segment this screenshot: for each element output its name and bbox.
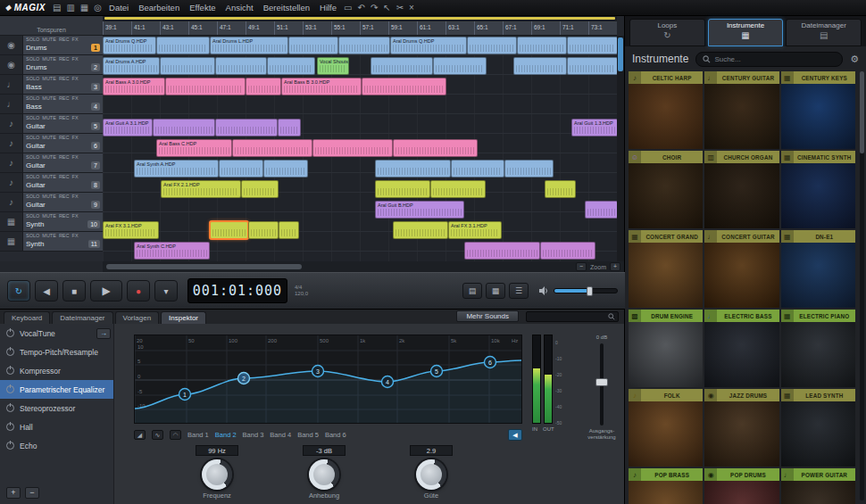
menu-datei[interactable]: Datei — [109, 3, 129, 12]
track-solo-button[interactable]: SOLO — [26, 76, 39, 82]
audio-clip[interactable] — [241, 180, 279, 198]
track-header[interactable]: SOLOMUTERECFXDrums1 — [23, 36, 103, 54]
eq-band-button[interactable]: Band 3 — [243, 431, 264, 439]
output-gain-handle[interactable] — [595, 378, 608, 386]
track-header[interactable]: SOLOMUTERECFXBass4 — [23, 95, 103, 113]
tab-vorlagen[interactable]: Vorlagen — [115, 311, 160, 324]
eq-band-button[interactable]: Band 2 — [215, 431, 237, 439]
stop-button[interactable]: ■ — [62, 280, 86, 302]
track-fx-button[interactable]: FX — [72, 76, 79, 82]
track-solo-button[interactable]: SOLO — [26, 174, 39, 180]
audio-clip[interactable] — [246, 78, 281, 95]
synth-icon[interactable]: ▦ — [0, 232, 23, 251]
filter-type-icon-1[interactable]: ∿ — [152, 430, 163, 440]
audio-clip[interactable] — [464, 242, 540, 260]
audio-clip[interactable]: Aral Drums A.HDP — [103, 57, 160, 75]
effect-item[interactable]: Tempo-Pitch/Resample — [0, 343, 113, 361]
audio-clip[interactable]: Aral Drums Q.HDP — [390, 37, 467, 54]
track-header[interactable]: SOLOMUTERECFXBass3 — [23, 75, 103, 94]
track-lane[interactable] — [103, 212, 617, 232]
audio-clip[interactable] — [215, 57, 267, 75]
track-fx-button[interactable]: FX — [72, 115, 79, 121]
instrument-card[interactable]: ▦CONCERT GRAND — [629, 230, 703, 308]
guitar-icon[interactable]: ♪ — [0, 134, 23, 153]
tab-dateimanager[interactable]: Dateimanager — [52, 311, 112, 324]
track-header[interactable]: SOLOMUTERECFXSynth11 — [23, 232, 103, 251]
instrument-card[interactable]: ♩CONCERT GUITAR — [704, 230, 779, 308]
guitar-icon[interactable]: ♪ — [0, 114, 23, 133]
track-solo-button[interactable]: SOLO — [26, 213, 39, 219]
audio-clip[interactable] — [263, 160, 308, 178]
effect-item[interactable]: Kompressor — [0, 361, 113, 380]
menu-bereitstellen[interactable]: Bereitstellen — [263, 3, 310, 12]
track-rec-button[interactable]: REC — [59, 37, 70, 43]
audio-clip[interactable]: Aral Drums L.HDP — [210, 37, 288, 54]
tab-instrumente[interactable]: Instrumente▦ — [708, 19, 784, 46]
track-rec-button[interactable]: REC — [59, 135, 70, 141]
audio-clip[interactable]: Vocal Shouts — [317, 57, 349, 75]
instrument-card[interactable]: ♩ELECTRIC BASS — [704, 310, 779, 387]
track-mute-button[interactable]: MUTE — [42, 95, 56, 102]
new-arrangement-icon[interactable]: ▤ — [53, 3, 61, 12]
audio-clip[interactable] — [219, 160, 263, 178]
audio-clip[interactable] — [279, 221, 299, 239]
track-fx-button[interactable]: FX — [72, 213, 79, 219]
synth-icon[interactable]: ▦ — [0, 212, 23, 231]
audio-clip[interactable] — [210, 221, 248, 239]
instrument-card[interactable]: ♩CENTURY GUITAR — [704, 71, 779, 149]
audio-clip[interactable] — [567, 37, 617, 54]
zoom-in-button[interactable]: + — [610, 262, 620, 271]
more-sounds-button[interactable]: Mehr Sounds — [456, 310, 519, 322]
track-rec-button[interactable]: REC — [59, 174, 70, 180]
track-header[interactable]: SOLOMUTERECFXGuitar6 — [23, 134, 103, 153]
audio-clip[interactable] — [232, 139, 312, 157]
panel-search-input[interactable] — [526, 311, 619, 322]
zoom-out-button[interactable]: − — [576, 262, 587, 271]
instrument-card[interactable]: ▦LEAD SYNTH — [781, 389, 855, 467]
scissors-icon[interactable]: ✂ — [396, 3, 404, 12]
volume-slider[interactable] — [554, 288, 618, 293]
power-icon[interactable] — [6, 348, 14, 356]
arranger-horizontal-scrollbar[interactable] — [106, 264, 302, 269]
track-header[interactable]: SOLOMUTERECFXGuitar9 — [23, 193, 103, 211]
track-solo-button[interactable]: SOLO — [26, 95, 39, 102]
guitar-icon[interactable]: ♪ — [0, 173, 23, 192]
track-solo-button[interactable]: SOLO — [26, 115, 39, 121]
audio-clip[interactable] — [165, 78, 246, 95]
audio-clip[interactable] — [362, 78, 446, 95]
track-fx-button[interactable]: FX — [72, 233, 79, 239]
track-fx-button[interactable]: FX — [72, 95, 79, 102]
audio-clip[interactable]: Aral Drums Q.HDP — [103, 37, 156, 54]
track-rec-button[interactable]: REC — [59, 76, 70, 82]
track-fx-button[interactable]: FX — [72, 194, 79, 200]
track-list-header[interactable]: Tonspuren — [0, 16, 103, 36]
eq-band-button[interactable]: Band 1 — [187, 431, 209, 439]
power-icon[interactable] — [6, 367, 14, 375]
track-rec-button[interactable]: REC — [59, 95, 70, 102]
monitor-icon[interactable]: ▭ — [344, 3, 352, 12]
audio-clip[interactable] — [312, 139, 393, 157]
tempo-display[interactable]: 4/4 120,0 — [295, 285, 308, 297]
loop-button[interactable]: ↻ — [7, 280, 30, 302]
audio-clip[interactable]: Aral Bass C.HDP — [156, 139, 232, 157]
eq-band-button[interactable]: Band 5 — [297, 431, 319, 439]
instrument-card[interactable]: ▩DRUM ENGINE — [629, 310, 703, 387]
track-rec-button[interactable]: REC — [59, 233, 70, 239]
settings-gear-icon[interactable]: ⚙ — [850, 54, 859, 65]
audio-clip[interactable] — [153, 119, 215, 136]
audio-clip[interactable] — [288, 37, 338, 54]
instrument-card[interactable]: ♩POWER GUITAR — [781, 468, 855, 504]
audio-clip[interactable] — [338, 37, 390, 54]
track-mute-button[interactable]: MUTE — [42, 174, 56, 180]
drums-icon[interactable]: ◉ — [0, 36, 23, 54]
track-mute-button[interactable]: MUTE — [42, 213, 56, 219]
audio-clip[interactable] — [567, 57, 617, 75]
audio-clip[interactable]: Aral Bass A 3.0.HDP — [103, 78, 165, 95]
track-rec-button[interactable]: REC — [59, 56, 70, 62]
knob-güte[interactable] — [416, 459, 446, 490]
audio-clip[interactable]: Aral Bass B 3.0.HDP — [281, 78, 362, 95]
menu-ansicht[interactable]: Ansicht — [226, 3, 254, 12]
power-icon[interactable] — [6, 404, 14, 412]
cursor-icon[interactable]: ↖ — [383, 3, 390, 12]
track-fx-button[interactable]: FX — [72, 37, 79, 43]
